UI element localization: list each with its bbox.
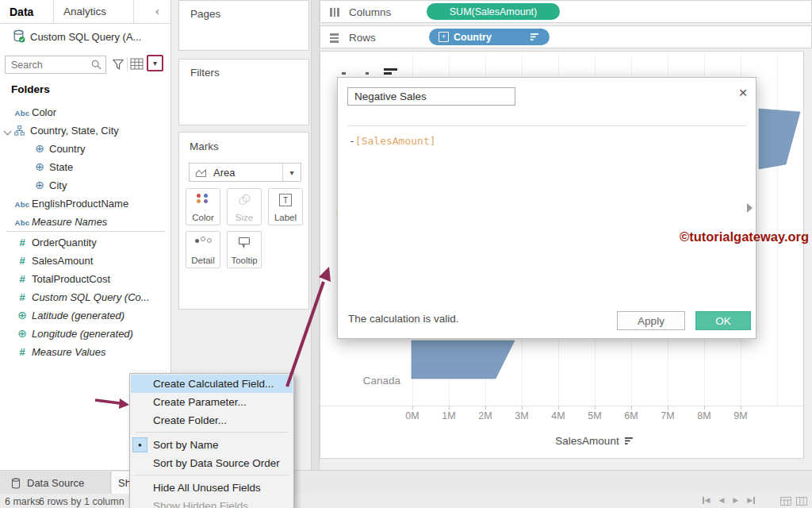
database-icon: [12, 29, 25, 43]
pages-label: Pages: [190, 8, 220, 20]
formula-editor[interactable]: -[SalesAmount]: [349, 135, 436, 147]
field-hierarchy-country-state-city[interactable]: Country, State, City: [0, 121, 168, 140]
menu-item-create-folder[interactable]: Create Folder...: [131, 411, 293, 429]
dialog-separator: [347, 125, 746, 126]
radio-selected-icon: ●: [132, 437, 147, 452]
grid-size: 6 rows by 1 column: [39, 496, 124, 507]
show-tabs-icon[interactable]: [780, 497, 791, 506]
area-mark-united-states[interactable]: [759, 109, 800, 169]
tab-divider: [133, 0, 134, 24]
mark-type-value: Area: [213, 167, 282, 179]
sort-icon: [530, 33, 540, 41]
globe-icon: ⊕: [30, 143, 49, 155]
show-filmstrip-icon[interactable]: [796, 497, 807, 506]
icon-divider: [127, 57, 128, 71]
datasource-name: Custom SQL Query (A...: [30, 31, 141, 43]
caret-down-icon: ▾: [153, 59, 157, 67]
rows-shelf[interactable]: Rows + Country: [320, 25, 812, 48]
field-salesamount[interactable]: # SalesAmount: [0, 252, 168, 270]
search-icon: [91, 60, 102, 70]
area-mark-canada[interactable]: [412, 341, 515, 379]
color-button[interactable]: Color: [186, 188, 220, 225]
filter-funnel-icon[interactable]: [112, 58, 124, 71]
number-icon: #: [13, 346, 32, 358]
number-icon: #: [13, 255, 32, 267]
rows-icon: [330, 33, 339, 43]
field-totalproductcost[interactable]: # TotalProductCost: [0, 270, 168, 288]
globe-icon: ⊕: [13, 328, 32, 340]
columns-shelf-label: Columns: [349, 6, 391, 18]
calculation-name-input[interactable]: [347, 87, 515, 106]
columns-shelf[interactable]: Columns SUM(SalesAmount): [320, 0, 812, 23]
field-state[interactable]: ⊕ State: [0, 158, 168, 176]
field-country[interactable]: ⊕ Country: [0, 140, 168, 158]
collapse-pane-icon[interactable]: ‹: [155, 4, 159, 17]
columns-pill-sum-salesamount[interactable]: SUM(SalesAmount): [427, 3, 560, 20]
field-custom-sql-count[interactable]: # Custom SQL Query (Co...: [0, 288, 168, 306]
search-row: ▾: [0, 54, 171, 78]
caret-down-icon: ▾: [282, 164, 301, 181]
globe-icon: ⊕: [13, 310, 32, 321]
folders-header: Folders: [11, 83, 50, 95]
field-measure-values[interactable]: # Measure Values: [0, 343, 168, 361]
expand-functions-arrow-icon[interactable]: [747, 203, 753, 213]
pages-card[interactable]: Pages: [178, 0, 309, 51]
field-orderquantity[interactable]: # OrderQuantity: [0, 233, 168, 252]
field-measure-names[interactable]: Abc Measure Names: [0, 213, 168, 231]
close-icon[interactable]: ×: [735, 84, 751, 102]
field-latitude[interactable]: ⊕ Latitude (generated): [0, 306, 168, 325]
tooltip-bubble-icon: [238, 237, 251, 248]
field-longitude[interactable]: ⊕ Longitude (generated): [0, 325, 168, 343]
tooltip-button[interactable]: Tooltip: [227, 231, 262, 268]
filters-card[interactable]: Filters: [178, 59, 309, 125]
sheet-tabs-bar: Data Source Sheet 1: [0, 470, 812, 494]
expand-plus-icon: +: [439, 32, 449, 42]
watermark: ©tutorialgateway.org: [680, 229, 809, 244]
last-sheet-icon[interactable]: ▶: [747, 496, 754, 504]
size-button[interactable]: Size: [227, 188, 262, 225]
detail-button[interactable]: Detail: [186, 231, 220, 268]
field-color[interactable]: Abc Color: [0, 103, 168, 121]
apply-button[interactable]: Apply: [617, 311, 685, 330]
menu-item-create-parameter[interactable]: Create Parameter...: [131, 393, 293, 411]
menu-item-create-calculated-field[interactable]: Create Calculated Field...: [131, 375, 293, 393]
tab-divider: [53, 0, 54, 24]
database-icon: [11, 478, 21, 489]
data-source-tab-label: Data Source: [27, 477, 84, 489]
fields-context-menu: Create Calculated Field... Create Parame…: [129, 373, 294, 508]
filters-label: Filters: [190, 67, 220, 79]
abc-icon: Abc: [13, 216, 32, 228]
menu-item-hide-all-unused-fields[interactable]: Hide All Unused Fields: [131, 479, 293, 497]
first-sheet-icon[interactable]: ◀: [703, 496, 710, 504]
pane-divider[interactable]: [311, 0, 320, 470]
tab-data[interactable]: Data: [10, 6, 33, 18]
label-t-icon: T: [279, 194, 292, 206]
view-grid-icon[interactable]: [130, 58, 144, 70]
ok-button[interactable]: OK: [695, 311, 751, 330]
data-pane-tabs: Data Analytics ‹: [0, 0, 171, 24]
previous-sheet-icon[interactable]: ◀: [718, 496, 724, 504]
field-city[interactable]: ⊕ City: [0, 176, 168, 194]
data-source-tab[interactable]: Data Source: [0, 471, 111, 495]
pane-dropdown-button-highlighted[interactable]: ▾: [147, 55, 163, 71]
validation-status: The calculation is valid.: [348, 313, 459, 325]
tableau-window: Data Analytics ‹ Custom SQL Query (A...: [0, 0, 812, 508]
area-mark-icon: [195, 167, 207, 178]
hierarchy-icon: [14, 125, 30, 136]
status-bar: 6 marks 6 rows by 1 column ◀ ◀ ▶ ▶: [0, 494, 812, 508]
field-englishproductname[interactable]: Abc EnglishProductName: [0, 194, 168, 213]
tab-analytics[interactable]: Analytics: [63, 6, 106, 17]
chevron-expanded-icon[interactable]: [5, 125, 14, 137]
menu-item-show-hidden-fields[interactable]: Show Hidden Fields: [131, 497, 293, 508]
mark-type-dropdown[interactable]: Area ▾: [189, 163, 301, 182]
rows-shelf-label: Rows: [349, 32, 376, 44]
label-button[interactable]: T Label: [268, 188, 303, 225]
abc-icon: Abc: [13, 198, 32, 210]
formula-operator: -: [349, 135, 355, 147]
datasource-row[interactable]: Custom SQL Query (A...: [0, 25, 171, 48]
menu-item-sort-by-name[interactable]: Sort by Name: [131, 436, 293, 454]
marks-card: Marks Area ▾ Color Size T Label: [178, 132, 309, 310]
next-sheet-icon[interactable]: ▶: [733, 496, 738, 504]
menu-item-sort-by-data-source-order[interactable]: Sort by Data Source Order: [131, 454, 293, 472]
rows-pill-country[interactable]: + Country: [429, 29, 550, 45]
